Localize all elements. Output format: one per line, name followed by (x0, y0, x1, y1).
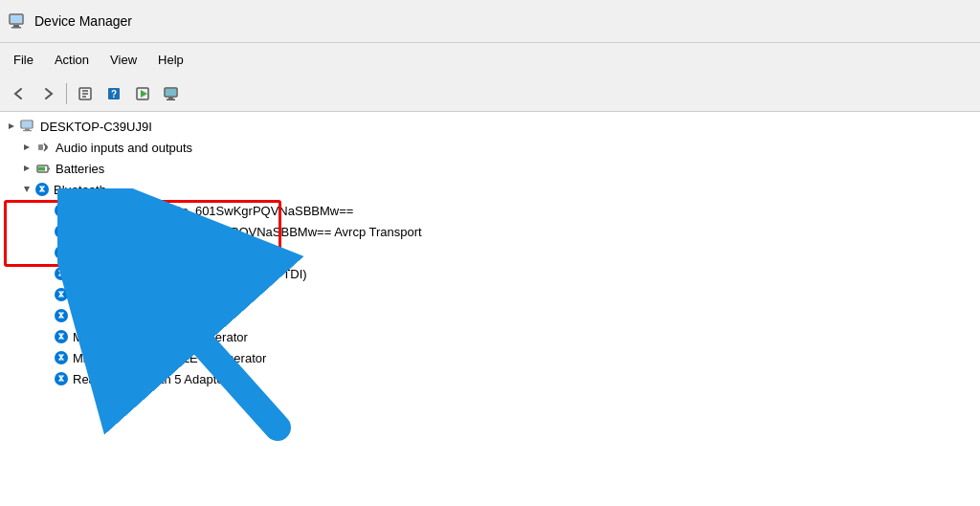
menu-bar: File Action View Help (0, 43, 980, 76)
audio-icon (34, 139, 52, 156)
tree-bt-item-3[interactable]: Audio Service (0, 242, 980, 263)
tree-bt-item-5[interactable]: HAVIT I62 (0, 284, 980, 305)
bt-label-1: 1...bhSeqfBDoQOSp_601SwKgrPQVNaSBBMw== (73, 204, 353, 218)
update-button[interactable] (129, 80, 156, 107)
bt-device-icon-5 (54, 287, 69, 302)
device-tree: DESKTOP-C39UJ9I Audio inputs and outputs (0, 112, 980, 506)
tree-batteries[interactable]: Batteries (0, 158, 980, 179)
tree-bt-item-9[interactable]: Realtek Bluetooth 5 Adapter (0, 368, 980, 389)
audio-expander[interactable] (19, 140, 34, 155)
bt-label-9: Realtek Bluetooth 5 Adapter (73, 372, 228, 386)
bluetooth-label: Bluetooth (54, 183, 106, 197)
properties-button[interactable] (72, 80, 99, 107)
menu-view[interactable]: View (100, 50, 146, 70)
window-title: Device Manager (34, 13, 132, 29)
back-button[interactable] (6, 80, 33, 107)
menu-file[interactable]: File (4, 50, 43, 70)
svg-text:?: ? (111, 89, 117, 99)
bt-label-8: Microsoft Bluetooth LE Enumerator (73, 351, 266, 365)
title-bar: Device Manager (0, 0, 980, 43)
svg-rect-20 (38, 144, 43, 150)
svg-rect-13 (166, 89, 176, 96)
batteries-label: Batteries (56, 162, 104, 176)
bt-device-icon-6 (54, 308, 69, 323)
bt-label-4: Bluetooth Device (RFCOMM Protocol TDI) (73, 267, 307, 281)
bt-label-5: HAVIT I62 (73, 288, 129, 302)
bt-device-icon-9 (54, 371, 69, 386)
display-button[interactable] (158, 80, 185, 107)
computer-icon (19, 118, 36, 135)
tree-bt-item-1[interactable]: 1...bhSeqfBDoQOSp_601SwKgrPQVNaSBBMw== (0, 200, 980, 221)
bt-label-2: 12...gfBDoQOSp_601SwKgrPQVNaSBBMw== Avrc… (73, 225, 422, 239)
tree-audio[interactable]: Audio inputs and outputs (0, 137, 980, 158)
bt-device-icon-3 (54, 245, 69, 260)
menu-action[interactable]: Action (45, 50, 99, 70)
svg-rect-17 (22, 121, 32, 127)
tree-bt-item-2[interactable]: 12...gfBDoQOSp_601SwKgrPQVNaSBBMw== Avrc… (0, 221, 980, 242)
svg-rect-3 (11, 15, 22, 23)
tree-bt-item-7[interactable]: Microsoft Bluetooth Enumerator (0, 326, 980, 347)
svg-rect-18 (25, 129, 30, 131)
bt-label-3: Audio Service (73, 246, 149, 260)
batteries-expander[interactable] (19, 161, 34, 176)
svg-rect-15 (167, 99, 175, 100)
app-icon (8, 11, 27, 31)
bt-device-icon-8 (54, 350, 69, 365)
toolbar-separator-1 (66, 83, 67, 104)
bt-device-icon-7 (54, 329, 69, 344)
toolbar: ? (0, 76, 980, 112)
battery-icon (34, 160, 52, 177)
bluetooth-icon (34, 182, 50, 197)
audio-label: Audio inputs and outputs (56, 141, 192, 155)
root-expander[interactable] (4, 119, 19, 134)
svg-rect-1 (13, 25, 19, 27)
bt-device-icon-4 (54, 266, 69, 281)
help-button[interactable]: ? (100, 80, 127, 107)
bluetooth-expander[interactable] (19, 182, 34, 197)
bt-label-6: HAVIT I62 Avrcp Transport (73, 309, 219, 323)
bt-label-7: Microsoft Bluetooth Enumerator (73, 330, 248, 344)
svg-rect-22 (38, 167, 45, 171)
svg-rect-14 (168, 98, 173, 99)
tree-bt-item-4[interactable]: Bluetooth Device (RFCOMM Protocol TDI) (0, 263, 980, 284)
tree-bluetooth[interactable]: Bluetooth (0, 179, 980, 200)
menu-help[interactable]: Help (148, 50, 193, 70)
svg-rect-19 (23, 130, 32, 131)
tree-root[interactable]: DESKTOP-C39UJ9I (0, 116, 980, 137)
svg-rect-23 (49, 168, 51, 170)
forward-button[interactable] (34, 80, 61, 107)
bt-device-icon-1 (54, 203, 69, 218)
svg-marker-11 (141, 90, 147, 98)
tree-bt-item-8[interactable]: Microsoft Bluetooth LE Enumerator (0, 347, 980, 368)
tree-bt-item-6[interactable]: HAVIT I62 Avrcp Transport (0, 305, 980, 326)
svg-rect-2 (11, 27, 21, 29)
bt-device-icon-2 (54, 224, 69, 239)
root-label: DESKTOP-C39UJ9I (40, 120, 152, 134)
